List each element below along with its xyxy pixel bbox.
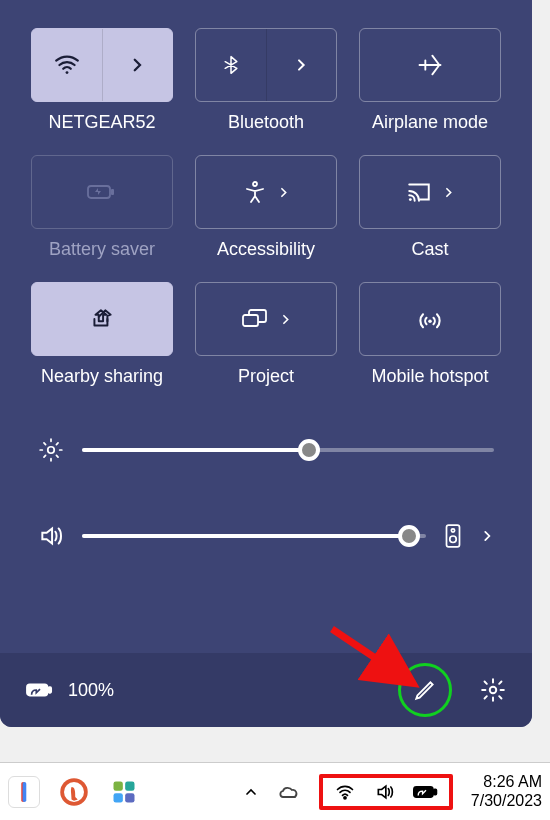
tile-project[interactable] (195, 282, 337, 356)
edit-button-highlight (398, 663, 452, 717)
svg-point-7 (428, 320, 432, 324)
quick-settings-panel: NETGEAR52 Bluetooth (0, 0, 532, 727)
tile-airplane-wrap: Airplane mode (358, 28, 502, 133)
system-tray-highlight (319, 774, 453, 810)
brightness-row (38, 437, 494, 463)
clock-time: 8:26 AM (471, 773, 542, 791)
panel-footer: 100% (0, 653, 532, 727)
tile-hotspot[interactable] (359, 282, 501, 356)
tile-project-wrap: Project (194, 282, 338, 387)
svg-point-22 (344, 796, 346, 798)
tiles-grid: NETGEAR52 Bluetooth (0, 0, 532, 387)
tile-wifi-expand[interactable] (103, 29, 173, 101)
bluetooth-icon (221, 52, 241, 78)
chevron-right-icon (442, 186, 455, 199)
tile-airplane-label: Airplane mode (372, 112, 488, 133)
sliders-area (0, 387, 532, 569)
tile-nearby[interactable] (31, 282, 173, 356)
volume-slider[interactable] (82, 534, 426, 538)
taskbar-app-1[interactable] (8, 776, 40, 808)
taskbar-app-2[interactable] (58, 776, 90, 808)
tile-project-label: Project (238, 366, 294, 387)
volume-row (38, 523, 494, 549)
tile-cast[interactable] (359, 155, 501, 229)
svg-point-8 (48, 447, 55, 454)
tile-bluetooth-wrap: Bluetooth (194, 28, 338, 133)
duckduckgo-icon (59, 777, 89, 807)
svg-rect-13 (48, 687, 51, 693)
svg-rect-24 (434, 789, 437, 794)
volume-icon (38, 523, 64, 549)
taskbar: 8:26 AM 7/30/2023 (0, 762, 550, 820)
chevron-right-icon (277, 186, 290, 199)
tile-wifi-label: NETGEAR52 (48, 112, 155, 133)
svg-rect-12 (27, 684, 48, 695)
share-icon (89, 306, 115, 332)
project-icon (241, 308, 269, 330)
svg-point-4 (408, 198, 411, 201)
tile-hotspot-label: Mobile hotspot (371, 366, 488, 387)
accessibility-icon (243, 180, 267, 204)
tile-battery-wrap: Battery saver (30, 155, 174, 260)
svg-rect-21 (125, 793, 134, 802)
svg-rect-2 (111, 189, 114, 195)
clock-date: 7/30/2023 (471, 792, 542, 810)
chevron-right-icon (128, 56, 146, 74)
tile-nearby-label: Nearby sharing (41, 366, 163, 387)
app-grid-icon (110, 778, 138, 806)
svg-point-10 (451, 529, 454, 532)
volume-tray-icon[interactable] (373, 782, 397, 802)
audio-output-icon[interactable] (444, 523, 462, 549)
airplane-icon (416, 51, 444, 79)
chevron-right-icon (293, 57, 309, 73)
tile-wifi-toggle[interactable] (32, 29, 103, 101)
hotspot-icon (416, 307, 444, 331)
tile-accessibility[interactable] (195, 155, 337, 229)
google-one-icon (13, 781, 35, 803)
brightness-slider[interactable] (82, 448, 494, 452)
battery-icon[interactable] (26, 680, 54, 700)
taskbar-app-3[interactable] (108, 776, 140, 808)
svg-rect-18 (114, 781, 123, 790)
tile-nearby-wrap: Nearby sharing (30, 282, 174, 387)
tray-chevron-up-icon[interactable] (243, 784, 259, 800)
tile-cast-label: Cast (411, 239, 448, 260)
tile-cast-wrap: Cast (358, 155, 502, 260)
tile-bluetooth-toggle[interactable] (196, 29, 267, 101)
svg-rect-20 (114, 793, 123, 802)
svg-point-11 (450, 536, 457, 543)
battery-percent-text: 100% (68, 680, 114, 701)
pencil-icon[interactable] (412, 677, 438, 703)
tile-battery-label: Battery saver (49, 239, 155, 260)
svg-point-0 (65, 71, 68, 74)
battery-tray-icon[interactable] (413, 783, 439, 801)
svg-rect-19 (125, 781, 134, 790)
tile-accessibility-label: Accessibility (217, 239, 315, 260)
tile-bluetooth-label: Bluetooth (228, 112, 304, 133)
tile-airplane[interactable] (359, 28, 501, 102)
svg-rect-6 (243, 315, 258, 326)
svg-point-3 (253, 182, 257, 186)
tile-battery (31, 155, 173, 229)
chevron-right-icon (279, 313, 292, 326)
wifi-icon (54, 52, 80, 78)
svg-point-14 (490, 687, 497, 694)
cast-icon (406, 181, 432, 203)
tile-bluetooth-expand[interactable] (267, 29, 337, 101)
tile-hotspot-wrap: Mobile hotspot (358, 282, 502, 387)
tile-bluetooth[interactable] (195, 28, 337, 102)
gear-icon[interactable] (480, 677, 506, 703)
brightness-icon (38, 437, 64, 463)
chevron-right-icon[interactable] (480, 529, 494, 543)
wifi-tray-icon[interactable] (333, 782, 357, 802)
tile-wifi[interactable] (31, 28, 173, 102)
tile-wifi-wrap: NETGEAR52 (30, 28, 174, 133)
tile-accessibility-wrap: Accessibility (194, 155, 338, 260)
battery-saver-icon (87, 182, 117, 202)
taskbar-clock[interactable]: 8:26 AM 7/30/2023 (471, 773, 542, 810)
onedrive-icon[interactable] (277, 782, 301, 802)
